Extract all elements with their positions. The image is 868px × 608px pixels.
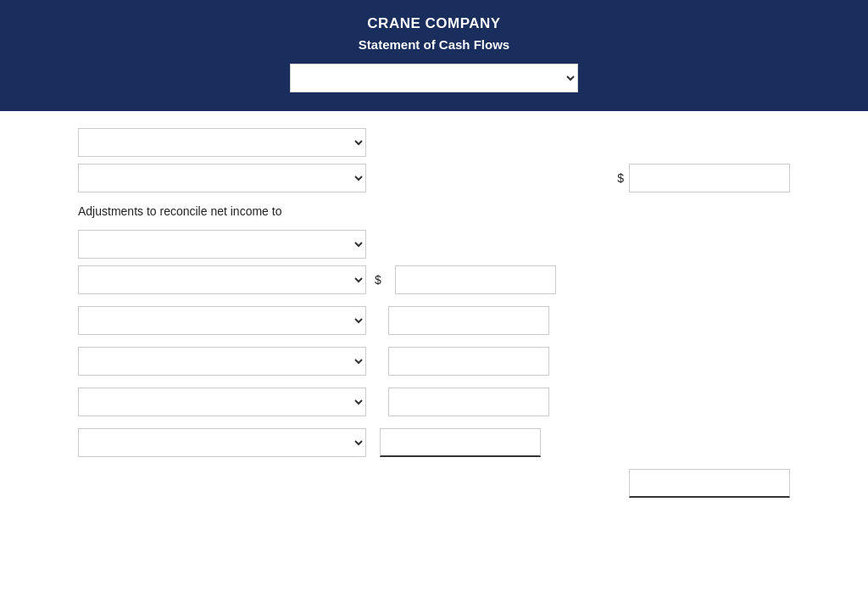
adjustment-select-2[interactable] bbox=[78, 306, 366, 335]
adj-dollar-sign-1: $ bbox=[375, 273, 381, 287]
net-income-input[interactable] bbox=[629, 164, 790, 192]
company-name: CRANE COMPANY bbox=[17, 15, 851, 32]
adjustment-select-5[interactable] bbox=[78, 428, 366, 457]
adjustments-target-row: Net Cash from Operating Activities bbox=[78, 230, 790, 259]
adjustment-select-4[interactable] bbox=[78, 388, 366, 416]
adjustment-select-3[interactable] bbox=[78, 347, 366, 376]
net-income-select[interactable]: Net Income Net Loss bbox=[78, 164, 366, 192]
adjustment-input-2[interactable] bbox=[388, 306, 549, 335]
adjustment-input-5[interactable] bbox=[380, 428, 541, 457]
year-select[interactable]: Year 1 Year 2 Year 3 bbox=[290, 64, 578, 92]
net-income-row: Net Income Net Loss $ bbox=[78, 164, 790, 192]
page-header: CRANE COMPANY Statement of Cash Flows Ye… bbox=[0, 0, 868, 111]
adjustment-row-5 bbox=[78, 428, 790, 457]
adjustment-row-2 bbox=[78, 306, 790, 335]
activity-row: Operating Activities Investing Activitie… bbox=[78, 128, 790, 157]
statement-title: Statement of Cash Flows bbox=[17, 37, 851, 52]
main-content: Operating Activities Investing Activitie… bbox=[27, 111, 841, 544]
adjustment-input-1[interactable] bbox=[395, 265, 556, 294]
adjustment-row-1: Depreciation Amortization $ bbox=[78, 265, 790, 294]
net-income-dollar-sign: $ bbox=[617, 171, 624, 185]
adjustments-target-select[interactable]: Net Cash from Operating Activities bbox=[78, 230, 366, 259]
adjustment-input-4[interactable] bbox=[388, 388, 549, 416]
total-row bbox=[78, 469, 790, 498]
adjustments-label: Adjustments to reconcile net income to bbox=[78, 204, 790, 218]
adjustment-input-3[interactable] bbox=[388, 347, 549, 376]
adjustment-row-3 bbox=[78, 347, 790, 376]
adjustment-select-1[interactable]: Depreciation Amortization bbox=[78, 265, 366, 294]
total-input[interactable] bbox=[629, 469, 790, 498]
adjustment-row-4 bbox=[78, 388, 790, 416]
activity-select[interactable]: Operating Activities Investing Activitie… bbox=[78, 128, 366, 157]
